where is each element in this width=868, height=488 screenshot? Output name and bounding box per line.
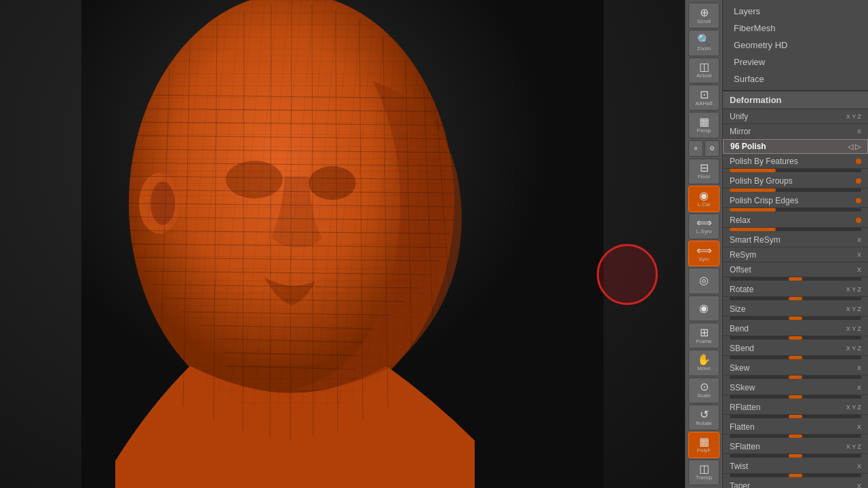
relax-fill <box>730 228 776 231</box>
deform-skew[interactable]: Skew X <box>723 361 868 375</box>
sflatten-slider[interactable] <box>730 454 861 458</box>
frame-button[interactable]: ⊞ Frame <box>688 323 719 348</box>
deform-flatten[interactable]: Flatten X <box>723 420 868 434</box>
size-fill <box>789 317 802 320</box>
scroll-button[interactable]: ⊕ Scroll <box>688 3 719 28</box>
main-container: ⊕ Scroll 🔍 Zoom ◫ Actual ⊡ AAHalf ▦ Pers… <box>0 0 868 488</box>
sskew-slider[interactable] <box>730 395 861 399</box>
polyf-button[interactable]: ▦ PolyF <box>688 432 719 458</box>
menu-fibermesh[interactable]: FiberMesh <box>723 20 868 37</box>
sskew-fill <box>789 395 802 399</box>
polyf-label: PolyF <box>697 448 711 453</box>
floor-icon: ⊟ <box>700 163 709 174</box>
sym-label: Sym <box>698 257 709 262</box>
size-slider[interactable] <box>730 317 861 320</box>
deform-sskew[interactable]: SSkew X <box>723 380 868 395</box>
aahalf-icon: ⊡ <box>700 89 709 100</box>
transp-label: Transp <box>696 475 713 481</box>
skew-slider[interactable] <box>730 375 861 379</box>
menu-geometry-hd[interactable]: Geometry HD <box>723 37 868 54</box>
twist-label: Twist <box>730 462 857 471</box>
move-button[interactable]: ✋ Move <box>688 350 719 375</box>
floor-button[interactable]: ⊟ Floor <box>688 159 719 184</box>
deform-sbend[interactable]: SBend X Y Z <box>723 341 868 356</box>
polish-groups-dot <box>856 178 861 184</box>
persp-option-button[interactable]: ≡ <box>688 140 703 157</box>
deform-polish-groups[interactable]: Polish By Groups <box>723 174 868 188</box>
lsym-button[interactable]: ⟺ L.Sym <box>688 214 719 239</box>
transp-button[interactable]: ◫ Transp <box>688 460 719 485</box>
relax-slider[interactable] <box>730 228 861 231</box>
twist-slider[interactable] <box>730 474 861 477</box>
scale-button[interactable]: ⊙ Scale <box>688 378 719 403</box>
deform-offset[interactable]: Offset X <box>723 262 868 277</box>
sbend-label: SBend <box>730 344 846 353</box>
aahalf-button[interactable]: ⊡ AAHalf <box>688 85 719 110</box>
menu-surface[interactable]: Surface <box>723 70 868 87</box>
polish-crisp-dot <box>856 198 861 203</box>
deform-size[interactable]: Size X Y Z <box>723 302 868 317</box>
offset-slider[interactable] <box>730 277 861 281</box>
rotate-slider[interactable] <box>730 297 861 300</box>
brush-indicator <box>597 244 658 305</box>
deformation-header: Deformation <box>723 91 868 109</box>
flatten-slider[interactable] <box>730 434 861 438</box>
unify-label: Unify <box>730 112 846 121</box>
persp-icon: ▦ <box>699 117 709 127</box>
relax-label: Relax <box>730 216 853 225</box>
icon1-button[interactable]: ◎ <box>688 268 719 293</box>
panel-menu: Layers FiberMesh Geometry HD Preview Sur… <box>723 0 868 91</box>
deform-polish-features[interactable]: Polish By Features <box>723 154 868 169</box>
deform-polish[interactable]: 96 Polish ◁ ▷ <box>723 139 868 154</box>
menu-layers[interactable]: Layers <box>723 3 868 20</box>
actual-button[interactable]: ◫ Actual <box>688 58 719 83</box>
deform-relax[interactable]: Relax <box>723 213 868 228</box>
deform-twist[interactable]: Twist X <box>723 459 868 474</box>
deform-rotate[interactable]: Rotate X Y Z <box>723 282 868 297</box>
offset-label: Offset <box>730 265 857 274</box>
rflatten-slider[interactable] <box>730 415 861 418</box>
polish-features-slider[interactable] <box>730 169 861 172</box>
icon2-button[interactable]: ◉ <box>688 296 719 321</box>
right-toolbar: ⊕ Scroll 🔍 Zoom ◫ Actual ⊡ AAHalf ▦ Pers… <box>685 0 722 488</box>
polish-crisp-slider[interactable] <box>730 208 861 211</box>
deformation-list: Unify X Y Z Mirror X 96 Polish ◁ ▷ Polis… <box>723 109 868 488</box>
skew-fill <box>789 375 802 379</box>
bend-icons: X Y Z <box>846 325 861 332</box>
floor-toggle[interactable]: ⚙ <box>705 140 719 157</box>
deform-mirror[interactable]: Mirror X <box>723 124 868 139</box>
deform-smart-resym[interactable]: Smart ReSym X <box>723 232 868 247</box>
mirror-label: Mirror <box>730 127 857 136</box>
local-icon: ◉ <box>699 190 709 201</box>
rotate-button[interactable]: ↺ Rotate <box>688 405 719 430</box>
deform-polish-crisp[interactable]: Polish Crisp Edges <box>723 193 868 208</box>
deform-rflatten[interactable]: RFlatten X Y Z <box>723 400 868 415</box>
smart-resym-label: Smart ReSym <box>730 235 857 245</box>
sym-button[interactable]: ⟺ Sym <box>688 241 719 266</box>
polish-features-dot <box>856 159 861 164</box>
zoom-icon: 🔍 <box>697 35 711 45</box>
zoom-label: Zoom <box>697 46 711 52</box>
transp-icon: ◫ <box>699 464 709 474</box>
sbend-icons: X Y Z <box>846 345 861 352</box>
deform-taper[interactable]: Taper X <box>723 479 868 488</box>
deform-sflatten[interactable]: SFlatten X Y Z <box>723 439 868 454</box>
icon2-icon: ◉ <box>699 303 709 314</box>
scale-icon: ⊙ <box>700 382 709 392</box>
deform-bend[interactable]: Bend X Y Z <box>723 321 868 336</box>
persp-button[interactable]: ▦ Persp <box>688 112 719 138</box>
menu-preview[interactable]: Preview <box>723 54 868 70</box>
local-button[interactable]: ◉ L.Cal <box>688 186 719 211</box>
sbend-slider[interactable] <box>730 356 861 359</box>
bend-slider[interactable] <box>730 336 861 340</box>
move-icon: ✋ <box>697 354 711 365</box>
deform-unify[interactable]: Unify X Y Z <box>723 109 868 124</box>
zoom-button[interactable]: 🔍 Zoom <box>688 30 719 56</box>
local-label: L.Cal <box>698 202 711 207</box>
polyf-icon: ▦ <box>699 436 709 447</box>
viewport[interactable] <box>0 0 685 488</box>
deform-resym[interactable]: ReSym X <box>723 247 868 262</box>
smart-resym-icons: X <box>857 237 861 243</box>
polish-groups-fill <box>730 188 776 192</box>
polish-groups-slider[interactable] <box>730 188 861 192</box>
